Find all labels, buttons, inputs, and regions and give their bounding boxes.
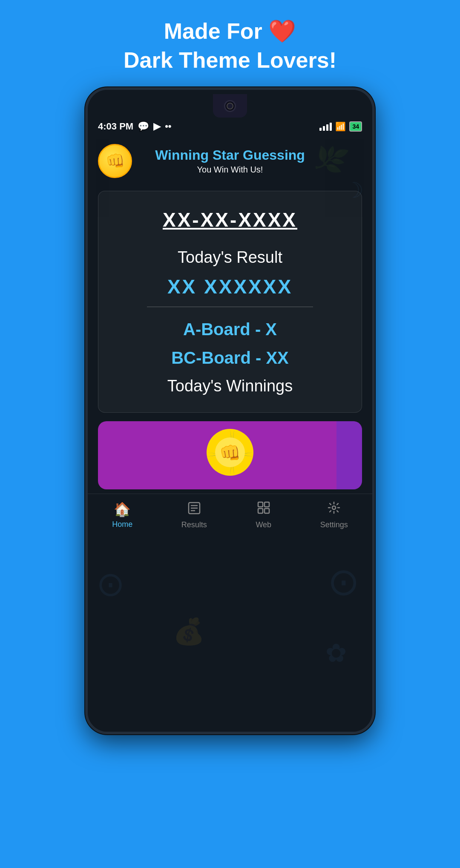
svg-text:👊: 👊 — [219, 443, 241, 463]
result-label: Today's Result — [111, 248, 349, 267]
svg-point-15 — [332, 506, 336, 509]
nav-label-results: Results — [181, 520, 207, 529]
app-title: Winning Star Guessing — [88, 147, 372, 163]
nav-label-settings: Settings — [320, 520, 348, 529]
bg-deco-7: ✿ — [325, 638, 347, 668]
phone-body: 4:03 PM 💬 ▶ •• 📶 34 — [85, 87, 375, 734]
camera-bump — [213, 94, 247, 118]
camera-notch — [88, 90, 372, 118]
heart-icon: ❤️ — [268, 19, 296, 43]
app-title-area: Winning Star Guessing You Win With Us! — [88, 147, 372, 175]
camera-lens — [224, 100, 236, 112]
winnings-label: Today's Winnings — [111, 377, 349, 395]
bottom-nav: 🏠 Home Results — [88, 494, 372, 538]
svg-rect-11 — [258, 502, 263, 507]
settings-icon — [327, 501, 341, 518]
whatsapp-icon: 💬 — [138, 121, 149, 132]
battery-percentage: 34 — [352, 123, 359, 130]
nav-label-web: Web — [256, 520, 271, 529]
svg-rect-13 — [258, 509, 263, 513]
signal-bar-3 — [326, 124, 328, 131]
web-icon — [257, 501, 270, 518]
status-left: 4:03 PM 💬 ▶ •• — [98, 121, 172, 132]
ticket-number: XX-XX-XXXX — [111, 208, 349, 231]
app-header: 👊 Winning Star Guessing You Win With Us! — [88, 135, 372, 182]
signal-bar-2 — [323, 126, 325, 131]
status-right: 📶 34 — [319, 121, 362, 132]
signal-bars — [319, 123, 332, 131]
svg-rect-12 — [264, 502, 269, 507]
wifi-icon: 📶 — [335, 121, 346, 132]
bg-deco-6: ⊙ — [328, 559, 359, 604]
app-screen: ✦ 🌿 ☽ ⊙ 💰 ⊙ ✿ 👊 Winning Star Guessing Yo… — [88, 135, 372, 732]
promo-logo-svg: 👊 — [204, 427, 256, 478]
status-time: 4:03 PM — [98, 121, 133, 132]
top-heading-line1: Made For ❤️ — [124, 17, 336, 46]
status-bar: 4:03 PM 💬 ▶ •• 📶 34 — [88, 118, 372, 135]
card-divider — [147, 307, 313, 307]
nav-item-settings[interactable]: Settings — [320, 501, 348, 529]
battery-indicator: 34 — [349, 121, 362, 132]
signal-bar-4 — [330, 123, 332, 131]
a-board-value: A-Board - X — [111, 320, 349, 339]
result-value: XX XXXXXX — [111, 275, 349, 298]
phone-mockup: 4:03 PM 💬 ▶ •• 📶 34 — [77, 87, 383, 734]
promo-banner[interactable]: 👊 — [98, 421, 362, 489]
main-card: XX-XX-XXXX Today's Result XX XXXXXX A-Bo… — [98, 191, 362, 413]
nav-label-home: Home — [112, 520, 132, 529]
top-heading: Made For ❤️ Dark Theme Lovers! — [124, 17, 336, 75]
svg-rect-14 — [264, 509, 269, 513]
youtube-icon: ▶ — [153, 121, 161, 132]
nav-item-results[interactable]: Results — [181, 501, 207, 529]
nav-item-web[interactable]: Web — [256, 501, 271, 529]
nav-item-home[interactable]: 🏠 Home — [112, 501, 132, 529]
promo-icon: 👊 — [204, 427, 256, 484]
more-dots: •• — [165, 121, 171, 132]
results-icon — [187, 501, 201, 518]
top-heading-line2: Dark Theme Lovers! — [124, 46, 336, 75]
home-icon: 🏠 — [114, 501, 131, 517]
bg-deco-4: ⊙ — [96, 564, 125, 604]
bc-board-value: BC-Board - XX — [111, 348, 349, 368]
app-subtitle: You Win With Us! — [88, 165, 372, 175]
bg-deco-5: 💰 — [173, 616, 205, 647]
signal-bar-1 — [319, 128, 322, 131]
power-button — [372, 209, 375, 243]
promo-right-peek — [336, 421, 362, 489]
